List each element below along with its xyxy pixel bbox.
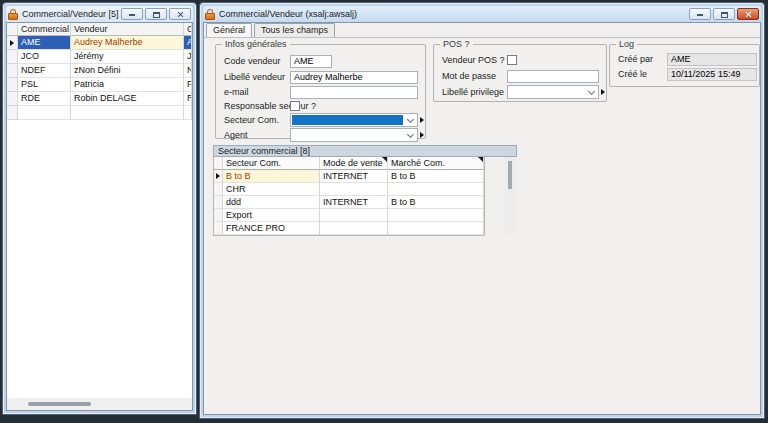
cell-mode-de-vente[interactable] bbox=[320, 222, 388, 235]
cell-commercial-clipped[interactable]: RDE bbox=[184, 92, 192, 106]
maximize-button[interactable] bbox=[713, 8, 735, 20]
column-header-secteur-com[interactable]: Secteur Com. bbox=[223, 157, 320, 170]
horizontal-scrollbar[interactable] bbox=[7, 398, 192, 410]
cell-marche-com[interactable] bbox=[388, 183, 484, 196]
cell-commercial-clipped[interactable]: JCO bbox=[184, 50, 192, 64]
vendeur-pos-checkbox[interactable] bbox=[507, 55, 517, 65]
vendeur-pos-label: Vendeur POS ? bbox=[442, 55, 507, 65]
table-row[interactable]: JCOJérémyJCO bbox=[7, 50, 192, 64]
cell-marche-com[interactable]: B to B bbox=[388, 170, 484, 183]
grid-row[interactable]: FRANCE PRO bbox=[214, 222, 484, 235]
cell-mode-de-vente[interactable]: INTERNET bbox=[320, 170, 388, 183]
chevron-down-icon[interactable] bbox=[404, 129, 417, 141]
column-header-commercial-clipped[interactable]: Commercial bbox=[184, 23, 192, 36]
row-selector[interactable] bbox=[214, 209, 223, 222]
cell-commercial-clipped[interactable]: NDEF bbox=[184, 64, 192, 78]
left-window-titlebar[interactable]: Commercial/Vendeur [5] bbox=[6, 6, 193, 22]
email-input[interactable] bbox=[290, 86, 418, 99]
tab-bar: Général Tous les champs bbox=[204, 23, 760, 38]
responsable-secteur-checkbox[interactable] bbox=[290, 101, 300, 111]
row-selector[interactable] bbox=[7, 50, 18, 64]
close-button[interactable] bbox=[169, 8, 191, 20]
grid-row[interactable]: dddINTERNETB to B bbox=[214, 196, 484, 209]
row-selector[interactable] bbox=[214, 222, 223, 235]
code-vendeur-input[interactable] bbox=[290, 55, 332, 68]
column-header-commercial[interactable]: Commercial bbox=[18, 23, 71, 36]
right-window-titlebar[interactable]: Commercial/Vendeur (xsalj:awsalj) bbox=[203, 6, 761, 22]
commercial-table-header: Commercial Vendeur Commercial bbox=[7, 23, 192, 36]
row-selector[interactable] bbox=[7, 36, 18, 50]
cell-marche-com[interactable] bbox=[388, 209, 484, 222]
selector-column-header[interactable] bbox=[7, 23, 18, 36]
group-infos-generales: Infos générales Code vendeur Libellé ven… bbox=[215, 44, 426, 139]
maximize-button[interactable] bbox=[145, 8, 167, 20]
table-row[interactable]: NDEFzNon DéfiniNDEF bbox=[7, 64, 192, 78]
cell-secteur-com[interactable]: CHR bbox=[223, 183, 320, 196]
grid-row[interactable]: B to BINTERNETB to B bbox=[214, 170, 484, 183]
cell-vendeur[interactable]: Jérémy bbox=[71, 50, 184, 64]
row-selector[interactable] bbox=[214, 170, 223, 183]
empty-cell[interactable] bbox=[7, 106, 18, 120]
column-header-mode-de-vente[interactable]: Mode de vente bbox=[320, 157, 388, 170]
row-selector[interactable] bbox=[7, 78, 18, 92]
cell-commercial[interactable]: AME bbox=[18, 36, 71, 50]
secteur-com-label: Secteur Com. bbox=[224, 115, 290, 125]
cell-commercial[interactable]: PSL bbox=[18, 78, 71, 92]
cell-vendeur[interactable]: Audrey Malherbe bbox=[71, 36, 184, 50]
cell-commercial[interactable]: NDEF bbox=[18, 64, 71, 78]
lookup-arrow-icon[interactable] bbox=[420, 117, 424, 123]
close-button[interactable] bbox=[737, 8, 759, 20]
table-row[interactable]: PSLPatriciaPSL bbox=[7, 78, 192, 92]
cell-marche-com[interactable]: B to B bbox=[388, 196, 484, 209]
mot-de-passe-input[interactable] bbox=[507, 70, 599, 83]
cell-vendeur[interactable]: Patricia bbox=[71, 78, 184, 92]
cell-secteur-com[interactable]: B to B bbox=[223, 170, 320, 183]
tab-general[interactable]: Général bbox=[206, 23, 252, 37]
cell-mode-de-vente[interactable]: INTERNET bbox=[320, 196, 388, 209]
vertical-scrollbar[interactable] bbox=[505, 157, 515, 235]
table-row[interactable]: AMEAudrey MalherbeAME bbox=[7, 36, 192, 50]
cell-secteur-com[interactable]: Export bbox=[223, 209, 320, 222]
column-header-marche-com[interactable]: Marché Com. bbox=[388, 157, 484, 170]
cell-secteur-com[interactable]: ddd bbox=[223, 196, 320, 209]
cell-vendeur[interactable]: zNon Défini bbox=[71, 64, 184, 78]
grid-row[interactable]: CHR bbox=[214, 183, 484, 196]
libelle-privilege-dropdown[interactable] bbox=[507, 85, 599, 99]
lookup-arrow-icon[interactable] bbox=[420, 132, 424, 138]
cell-mode-de-vente[interactable] bbox=[320, 183, 388, 196]
table-row[interactable]: RDERobin DELAGERDE bbox=[7, 92, 192, 106]
row-selector[interactable] bbox=[7, 92, 18, 106]
cell-commercial-clipped[interactable]: PSL bbox=[184, 78, 192, 92]
cell-commercial[interactable]: JCO bbox=[18, 50, 71, 64]
row-selector[interactable] bbox=[214, 196, 223, 209]
minimize-button[interactable] bbox=[689, 8, 711, 20]
empty-cell[interactable] bbox=[71, 106, 184, 120]
chevron-down-icon[interactable] bbox=[585, 86, 598, 98]
secteur-com-dropdown[interactable] bbox=[290, 113, 418, 127]
cell-commercial-clipped[interactable]: AME bbox=[184, 36, 192, 50]
minimize-button[interactable] bbox=[121, 8, 143, 20]
libelle-privilege-selection bbox=[509, 87, 584, 97]
cell-marche-com[interactable] bbox=[388, 222, 484, 235]
lookup-arrow-icon[interactable] bbox=[601, 89, 605, 95]
agent-dropdown[interactable] bbox=[290, 128, 418, 142]
chevron-down-icon[interactable] bbox=[404, 114, 417, 126]
vertical-scrollbar-thumb[interactable] bbox=[508, 161, 512, 189]
selector-column-header[interactable] bbox=[214, 157, 223, 170]
cell-commercial[interactable]: RDE bbox=[18, 92, 71, 106]
empty-cell[interactable] bbox=[184, 106, 192, 120]
libelle-vendeur-label: Libellé vendeur bbox=[224, 72, 290, 82]
cell-secteur-com[interactable]: FRANCE PRO bbox=[223, 222, 320, 235]
row-selector[interactable] bbox=[214, 183, 223, 196]
empty-cell[interactable] bbox=[18, 106, 71, 120]
row-selector[interactable] bbox=[7, 64, 18, 78]
tab-tous-les-champs[interactable]: Tous les champs bbox=[254, 23, 335, 37]
grid-row[interactable]: Export bbox=[214, 209, 484, 222]
cell-mode-de-vente[interactable] bbox=[320, 209, 388, 222]
column-header-vendeur[interactable]: Vendeur bbox=[71, 23, 184, 36]
window-controls bbox=[689, 8, 759, 20]
cell-vendeur[interactable]: Robin DELAGE bbox=[71, 92, 184, 106]
libelle-vendeur-input[interactable] bbox=[290, 71, 418, 84]
table-row-empty[interactable] bbox=[7, 106, 192, 120]
horizontal-scrollbar-thumb[interactable] bbox=[28, 402, 91, 406]
